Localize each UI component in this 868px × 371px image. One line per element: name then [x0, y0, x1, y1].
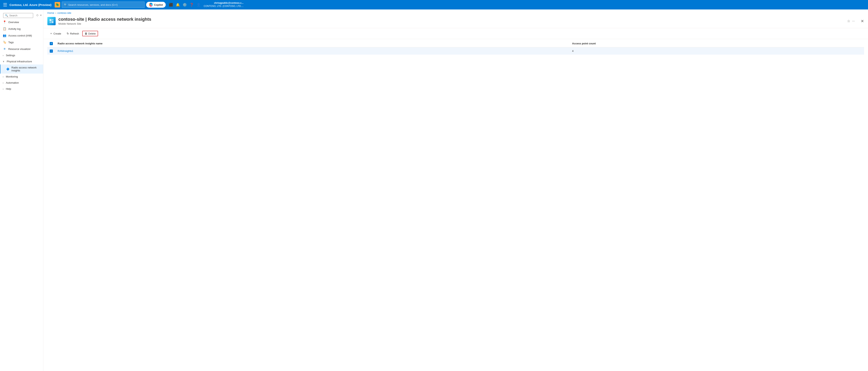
sidebar-item-resource-visualizer[interactable]: ✳ Resource visualizer [0, 45, 43, 52]
row-checkbox[interactable] [50, 50, 53, 53]
favorite-icon[interactable]: ☆ [847, 19, 850, 23]
page-header-text: contoso-site | Radio access network insi… [58, 17, 844, 25]
svg-rect-2 [50, 22, 51, 23]
sidebar-item-access-control-label: Access control (IAM) [8, 34, 32, 37]
help-chevron-icon: › [3, 88, 4, 90]
sidebar-item-overview[interactable]: 📍 Overview [0, 19, 43, 26]
bug-icon: 🪲 [55, 2, 60, 7]
settings-chevron-icon: › [3, 54, 4, 57]
help-icon[interactable]: ❓ [190, 3, 194, 7]
svg-rect-1 [52, 19, 54, 21]
overview-icon: 📍 [3, 20, 6, 24]
sidebar-item-physical-infrastructure-label: Physical infrastructure [7, 60, 32, 63]
search-icon: 🔍 [64, 3, 67, 6]
header-actions: ☆ ··· ✕ [847, 19, 864, 24]
user-name: chrisqpublic@contoso.c... [204, 2, 244, 5]
sidebar-item-help[interactable]: › Help [0, 86, 43, 92]
terminal-icon[interactable]: ⬛ [169, 3, 173, 7]
app-layout: 🔍 ◇ « 📍 Overview 📋 Activity log 👥 Access… [0, 9, 868, 371]
sidebar-item-help-label: Help [6, 87, 11, 90]
more-options-icon[interactable]: ··· [852, 19, 855, 23]
sidebar-item-resource-visualizer-label: Resource visualizer [8, 48, 31, 51]
row-name: RANInsights1 [55, 47, 570, 55]
sidebar-item-automation-label: Automation [6, 81, 19, 84]
sidebar-item-activity-log[interactable]: 📋 Activity log [0, 26, 43, 32]
resource-visualizer-icon: ✳ [3, 47, 6, 51]
copilot-label: Copilot [154, 3, 163, 6]
ran-insights-table: Radio access network insights name Acces… [48, 40, 864, 55]
table-header-checkbox-cell [48, 40, 55, 47]
svg-rect-3 [52, 21, 54, 23]
page-icon [48, 17, 56, 25]
main-content: Home › contoso-site contoso-site | Radio… [43, 9, 868, 371]
nav-icons: ⬛ 🔔 ⚙️ ❓ 👤 [169, 3, 200, 7]
settings-icon[interactable]: ⚙️ [183, 3, 187, 7]
sidebar-item-tags[interactable]: 🏷️ Tags [0, 39, 43, 45]
svg-rect-0 [50, 19, 52, 21]
bell-icon[interactable]: 🔔 [176, 3, 180, 7]
sidebar-item-activity-log-label: Activity log [8, 27, 21, 30]
row-access-point-count: 4 [570, 47, 864, 55]
delete-icon: 🗑 [85, 32, 87, 35]
sidebar-item-overview-label: Overview [8, 21, 19, 24]
sidebar-item-monitoring[interactable]: › Monitoring [0, 73, 43, 80]
row-name-link[interactable]: RANInsights1 [58, 50, 73, 53]
sidebar-item-ran-insights[interactable]: 🔷 Radio access network insights [0, 64, 43, 73]
breadcrumb-home[interactable]: Home [48, 11, 54, 14]
sidebar-collapse-icon[interactable]: « [40, 13, 42, 17]
physical-infrastructure-chevron-icon: ∨ [3, 60, 4, 63]
delete-button[interactable]: 🗑 Delete [82, 31, 98, 36]
sidebar-item-monitoring-label: Monitoring [6, 75, 18, 78]
search-placeholder: Search resources, services, and docs (G+… [68, 3, 118, 6]
hamburger-menu[interactable] [2, 2, 8, 7]
top-navigation: Contoso, Ltd. Azure (Preview) 🪲 🔍 Search… [0, 0, 868, 9]
sidebar-search-container[interactable]: 🔍 [3, 13, 33, 18]
sidebar-diamond-icon[interactable]: ◇ [36, 13, 38, 17]
sidebar-item-automation[interactable]: › Automation [0, 80, 43, 86]
refresh-label: Refresh [70, 32, 79, 35]
close-icon[interactable]: ✕ [861, 19, 864, 24]
sidebar-search-icon: 🔍 [5, 14, 8, 17]
sidebar-search-input[interactable] [9, 14, 31, 17]
sidebar-item-tags-label: Tags [8, 41, 13, 44]
ran-insights-icon: 🔷 [6, 67, 9, 71]
copilot-button[interactable]: Copilot [146, 2, 166, 8]
refresh-button[interactable]: ↻ Refresh [64, 31, 82, 36]
sidebar-item-settings-label: Settings [6, 54, 15, 57]
select-all-checkbox[interactable] [50, 42, 53, 45]
breadcrumb: Home › contoso-site [43, 9, 868, 15]
brand-title: Contoso, Ltd. Azure (Preview) [9, 3, 52, 6]
row-checkbox-cell [48, 47, 55, 55]
user-icon[interactable]: 👤 [196, 3, 200, 7]
sidebar-item-settings[interactable]: › Settings [0, 52, 43, 58]
user-tenant: CONTOSO, LTD. (CONTOSO, LTD.... [204, 5, 244, 8]
page-title: contoso-site | Radio access network insi… [58, 17, 844, 22]
refresh-icon: ↻ [67, 32, 69, 35]
tags-icon: 🏷️ [3, 40, 6, 44]
activity-log-icon: 📋 [3, 27, 6, 31]
breadcrumb-separator: › [56, 11, 56, 14]
create-button[interactable]: ＋ Create [48, 31, 64, 36]
breadcrumb-site[interactable]: contoso-site [57, 11, 71, 14]
toolbar: ＋ Create ↻ Refresh 🗑 Delete [43, 28, 868, 39]
sidebar: 🔍 ◇ « 📍 Overview 📋 Activity log 👥 Access… [0, 9, 43, 371]
delete-label: Delete [88, 32, 96, 35]
global-search[interactable]: 🔍 Search resources, services, and docs (… [62, 2, 145, 8]
sidebar-item-physical-infrastructure[interactable]: ∨ Physical infrastructure [0, 58, 43, 64]
table-col-name: Radio access network insights name [55, 40, 570, 47]
table-container: Radio access network insights name Acces… [43, 40, 868, 55]
create-label: Create [54, 32, 61, 35]
access-control-icon: 👥 [3, 34, 6, 37]
page-title-text: contoso-site | Radio access network insi… [58, 17, 151, 22]
table-header-row: Radio access network insights name Acces… [48, 40, 864, 47]
user-info: chrisqpublic@contoso.c... CONTOSO, LTD. … [204, 2, 244, 8]
table-row: RANInsights14 [48, 47, 864, 55]
monitoring-chevron-icon: › [3, 75, 4, 78]
table-col-access-point: Access point count [570, 40, 864, 47]
sidebar-item-access-control[interactable]: 👥 Access control (IAM) [0, 32, 43, 39]
page-header: contoso-site | Radio access network insi… [43, 15, 868, 28]
copilot-icon [149, 3, 153, 7]
automation-chevron-icon: › [3, 82, 4, 84]
page-subtitle: Mobile Network Site [58, 22, 844, 25]
sidebar-item-ran-insights-label: Radio access network insights [11, 66, 41, 72]
